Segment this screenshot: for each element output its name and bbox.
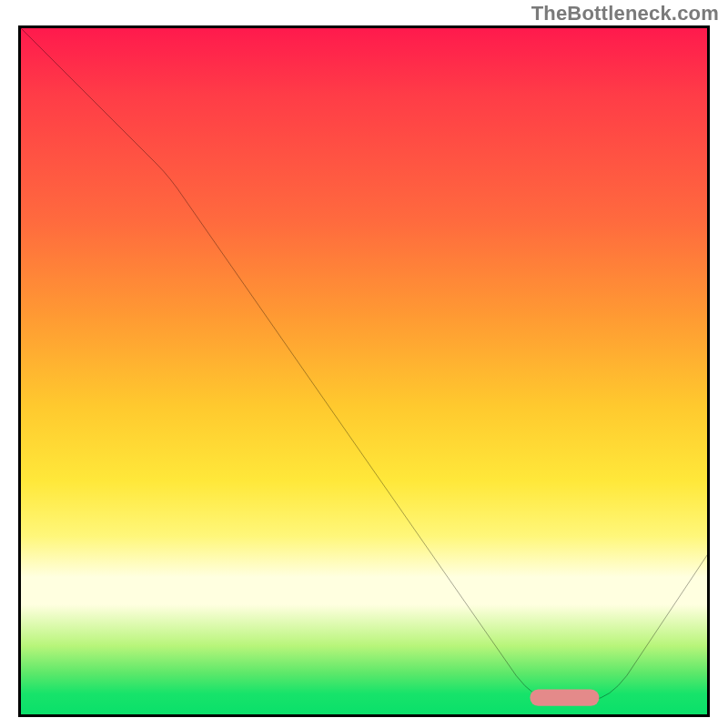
watermark-label: TheBottleneck.com	[531, 2, 719, 25]
plot-area	[18, 25, 710, 717]
chart-container: TheBottleneck.com	[0, 0, 728, 728]
optimum-marker-bar	[530, 690, 599, 706]
optimum-marker	[18, 25, 710, 717]
